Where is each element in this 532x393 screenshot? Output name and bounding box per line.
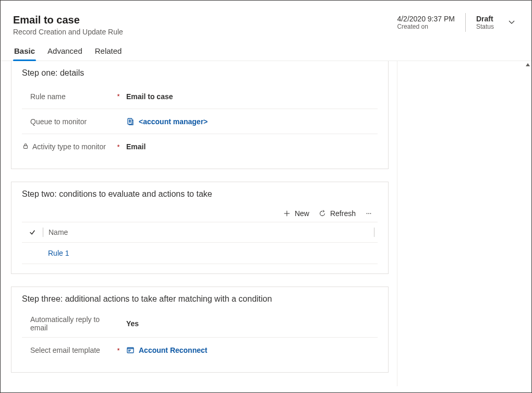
queue-icon [126,117,135,126]
scroll-up-button[interactable] [524,61,531,68]
step-three-panel: Step three: additional actions to take a… [11,287,389,373]
tab-advanced[interactable]: Advanced [46,42,83,61]
auto-reply-value[interactable]: Yes [121,319,378,328]
rule-name-label-col: Rule name [22,92,116,101]
field-auto-reply: Automatically reply to email Yes [22,310,378,338]
page-header: Email to case Record Creation and Update… [1,1,531,42]
step-three-title: Step three: additional actions to take a… [22,294,378,304]
refresh-icon [319,210,326,217]
content-area: Step one: details Rule name * Email to c… [1,61,531,386]
svg-point-4 [370,213,371,214]
svg-rect-1 [24,146,28,148]
col-name-header[interactable]: Name [49,228,374,236]
new-button[interactable]: New [283,209,309,218]
rule-name-value[interactable]: Email to case [121,92,378,101]
plus-icon [283,210,291,217]
grid-select-all[interactable] [22,229,43,236]
lock-icon [22,142,29,150]
required-indicator: * [116,143,121,151]
main-column: Step one: details Rule name * Email to c… [1,61,397,386]
side-column [397,61,531,386]
activity-type-value: Email [121,142,378,151]
grid-row-link[interactable]: Rule 1 [48,249,69,257]
template-value-wrap[interactable]: Account Reconnect [121,346,378,354]
page-subtitle: Record Creation and Update Rule [13,28,123,36]
scroll-up-icon [525,62,530,67]
queue-value[interactable]: <account manager> [139,117,208,126]
chevron-down-icon [507,18,516,26]
refresh-button-label: Refresh [330,209,356,218]
field-queue: Queue to monitor <account manager> [22,109,378,134]
queue-label-col: Queue to monitor [22,117,116,126]
template-label: Select email template [30,346,100,354]
step-two-panel: Step two: conditions to evaluate and act… [11,182,389,274]
status-label: Status [476,23,494,30]
created-on-label: Created on [397,23,428,30]
activity-type-label-col: Activity type to monitor [22,142,116,151]
required-indicator: * [116,92,121,100]
refresh-button[interactable]: Refresh [319,209,356,218]
header-chevron-button[interactable] [504,15,519,31]
queue-label: Queue to monitor [30,117,87,126]
status-value: Draft [476,15,493,23]
required-indicator: * [116,347,121,354]
rule-name-label: Rule name [30,92,66,101]
new-button-label: New [295,209,309,218]
status-block: Draft Status [476,15,494,30]
more-button[interactable] [365,210,372,217]
activity-type-label: Activity type to monitor [32,142,106,151]
grid-command-bar: New Refresh [22,205,378,222]
header-left: Email to case Record Creation and Update… [13,13,123,36]
created-on-value: 4/2/2020 9:37 PM [397,15,455,23]
meta-divider [465,13,466,32]
check-icon [29,229,36,236]
field-rule-name: Rule name * Email to case [22,84,378,109]
step-one-title: Step one: details [22,68,378,78]
auto-reply-label: Automatically reply to email [30,315,116,332]
step-two-title: Step two: conditions to evaluate and act… [22,189,378,199]
auto-reply-label-col: Automatically reply to email [22,315,116,332]
template-value[interactable]: Account Reconnect [139,346,207,354]
col-divider [43,228,43,237]
field-activity-type: Activity type to monitor * Email [22,134,378,159]
grid-row[interactable]: Rule 1 [22,243,378,264]
svg-point-3 [368,213,369,214]
tab-basic[interactable]: Basic [13,42,36,61]
page-title: Email to case [13,13,123,27]
header-right: 4/2/2020 9:37 PM Created on Draft Status [397,13,519,32]
queue-value-wrap[interactable]: <account manager> [121,117,378,126]
svg-point-2 [367,213,368,214]
created-on-block: 4/2/2020 9:37 PM Created on [397,15,455,30]
tab-bar: Basic Advanced Related [1,42,531,61]
tab-related[interactable]: Related [94,42,123,61]
grid-header: Name [22,222,378,243]
col-divider-right [374,228,374,237]
step-one-panel: Step one: details Rule name * Email to c… [11,61,389,169]
field-template: Select email template * Account Reconnec… [22,338,378,363]
template-label-col: Select email template [22,346,116,354]
template-icon [126,346,135,354]
more-icon [365,210,372,217]
